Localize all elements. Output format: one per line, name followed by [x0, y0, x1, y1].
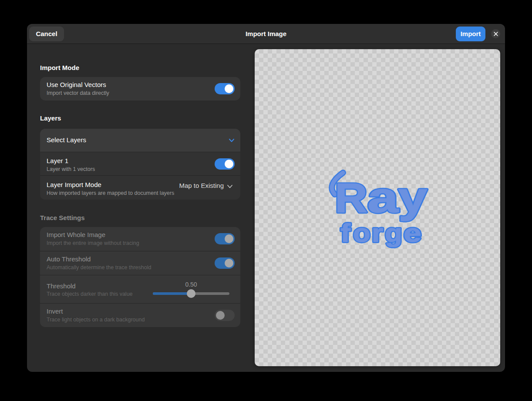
svg-text:r: r: [372, 218, 384, 247]
svg-text:e: e: [404, 218, 421, 247]
svg-text:R: R: [335, 175, 367, 221]
svg-text:g: g: [385, 218, 402, 247]
svg-text:o: o: [353, 218, 370, 247]
svg-text:f: f: [340, 218, 351, 247]
svg-text:a: a: [367, 174, 399, 221]
svg-text:y: y: [398, 174, 427, 221]
